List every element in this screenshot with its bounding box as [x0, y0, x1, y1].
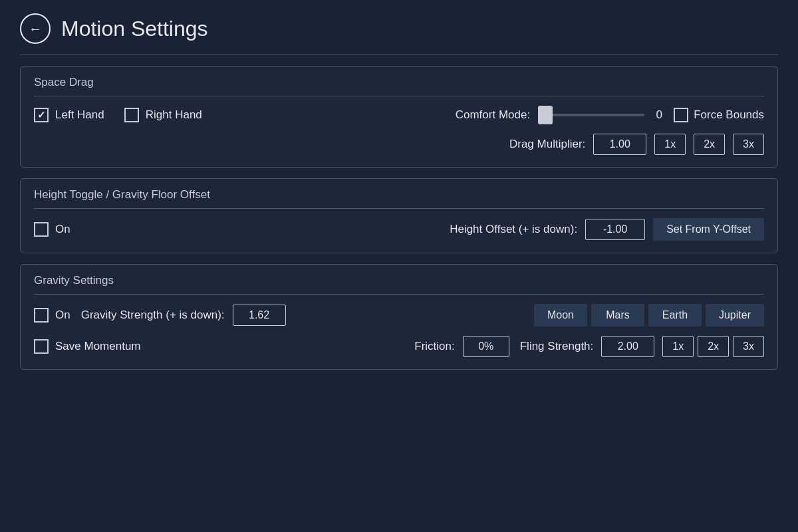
space-drag-row: Left Hand Right Hand Comfort Mode: 0	[34, 106, 764, 124]
gravity-strength-label: Gravity Strength (+ is down):	[81, 309, 225, 322]
friction-label: Friction:	[414, 340, 454, 353]
fling-strength-label: Fling Strength:	[520, 340, 594, 353]
right-hand-checkbox[interactable]	[124, 108, 139, 122]
fling-multiplier-2x-button[interactable]: 2x	[698, 336, 729, 357]
height-on-label: On	[55, 223, 70, 236]
save-momentum-label: Save Momentum	[55, 340, 141, 353]
save-momentum-checkbox[interactable]	[34, 339, 49, 354]
height-on-checkbox-wrapper[interactable]: On	[34, 222, 70, 237]
force-bounds-label: Force Bounds	[694, 108, 764, 122]
height-offset-input[interactable]	[585, 219, 645, 240]
earth-button[interactable]: Earth	[648, 304, 702, 327]
comfort-mode-label: Comfort Mode:	[456, 108, 530, 122]
fling-multiplier-3x-button[interactable]: 3x	[733, 336, 764, 357]
slider-thumb[interactable]	[538, 106, 553, 124]
comfort-mode-group: Comfort Mode: 0 Force Bounds	[456, 106, 764, 124]
planet-buttons: Moon Mars Earth Jupiter	[534, 304, 764, 327]
multiplier-3x-button[interactable]: 3x	[733, 134, 764, 155]
gravity-row2: Save Momentum Friction: Fling Strength: …	[34, 336, 764, 357]
force-bounds-group[interactable]: Force Bounds	[674, 108, 764, 122]
save-momentum-checkbox-wrapper[interactable]: Save Momentum	[34, 339, 141, 354]
page-title: Motion Settings	[61, 17, 208, 41]
friction-input[interactable]	[463, 336, 509, 357]
fling-multiplier-group: 1x 2x 3x	[662, 336, 764, 357]
gravity-settings-section: Gravity Settings On Gravity Strength (+ …	[20, 264, 778, 370]
comfort-mode-slider[interactable]	[538, 106, 644, 124]
left-hand-checkbox[interactable]	[34, 108, 49, 122]
gravity-strength-group: Gravity Strength (+ is down):	[81, 305, 286, 326]
slider-value: 0	[652, 108, 666, 122]
right-hand-checkbox-wrapper[interactable]: Right Hand	[124, 108, 202, 122]
space-drag-section: Space Drag Left Hand Right Hand Comfort …	[20, 66, 778, 168]
header: ← Motion Settings	[20, 13, 778, 44]
height-toggle-title: Height Toggle / Gravity Floor Offset	[34, 188, 764, 201]
force-bounds-checkbox[interactable]	[674, 108, 688, 122]
mars-button[interactable]: Mars	[591, 304, 644, 327]
height-offset-group: Height Offset (+ is down): Set From Y-Of…	[450, 218, 764, 241]
fling-group: Fling Strength: 1x 2x 3x	[520, 336, 764, 357]
back-button[interactable]: ←	[20, 13, 51, 44]
header-divider	[20, 55, 778, 55]
gravity-strength-input[interactable]	[233, 305, 286, 326]
height-row: On Height Offset (+ is down): Set From Y…	[34, 218, 764, 241]
gravity-on-label: On	[55, 309, 70, 322]
fling-multiplier-1x-button[interactable]: 1x	[662, 336, 694, 357]
space-drag-divider	[34, 96, 764, 96]
height-offset-label: Height Offset (+ is down):	[450, 223, 577, 236]
fling-strength-input[interactable]	[601, 336, 654, 357]
height-toggle-section: Height Toggle / Gravity Floor Offset On …	[20, 178, 778, 253]
set-from-y-offset-button[interactable]: Set From Y-Offset	[653, 218, 764, 241]
height-on-checkbox[interactable]	[34, 222, 49, 237]
height-toggle-divider	[34, 208, 764, 209]
gravity-on-checkbox-wrapper[interactable]: On	[34, 308, 70, 323]
gravity-settings-title: Gravity Settings	[34, 274, 764, 287]
left-hand-checkbox-wrapper[interactable]: Left Hand	[34, 108, 104, 122]
right-hand-label: Right Hand	[146, 108, 202, 122]
gravity-on-checkbox[interactable]	[34, 308, 49, 323]
drag-multiplier-input[interactable]	[593, 134, 646, 155]
space-drag-title: Space Drag	[34, 76, 764, 89]
drag-multiplier-row: Drag Multiplier: 1x 2x 3x	[34, 134, 764, 155]
slider-track	[538, 114, 644, 116]
left-hand-label: Left Hand	[55, 108, 104, 122]
jupiter-button[interactable]: Jupiter	[706, 304, 764, 327]
gravity-settings-divider	[34, 294, 764, 295]
gravity-row1: On Gravity Strength (+ is down): Moon Ma…	[34, 304, 764, 327]
multiplier-2x-button[interactable]: 2x	[694, 134, 725, 155]
moon-button[interactable]: Moon	[534, 304, 587, 327]
multiplier-1x-button[interactable]: 1x	[654, 134, 686, 155]
friction-group: Friction:	[414, 336, 509, 357]
drag-multiplier-label: Drag Multiplier:	[509, 138, 585, 151]
